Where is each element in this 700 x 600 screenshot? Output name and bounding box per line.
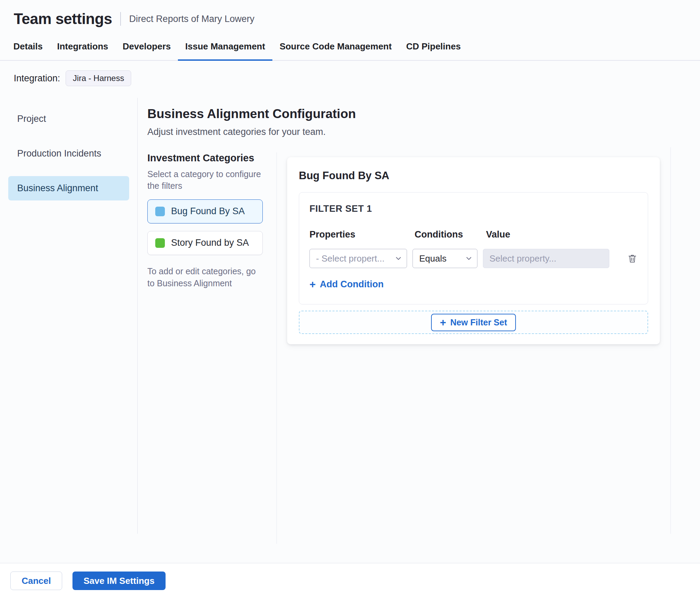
tab-cd-pipelines[interactable]: CD Pipelines	[399, 34, 468, 61]
plus-icon: +	[309, 279, 316, 290]
panel-title: Bug Found By SA	[299, 170, 648, 182]
chevron-down-icon	[465, 254, 473, 263]
main-area: Business Alignment Configuration Adjust …	[138, 98, 700, 534]
categories-footnote: To add or edit categories, go to Busines…	[147, 265, 262, 289]
filter-set-card: FILTER SET 1 Properties Conditions Value…	[299, 192, 648, 304]
page-title: Team settings	[14, 10, 112, 27]
value-column-label: Value	[486, 229, 612, 240]
category-config-card: Bug Found By SA FILTER SET 1 Properties …	[287, 157, 660, 344]
integration-chip[interactable]: Jira - Harness	[66, 70, 131, 86]
plus-icon: +	[440, 317, 446, 328]
integration-label: Integration:	[14, 73, 60, 84]
chevron-down-icon	[394, 254, 403, 263]
tab-issue-management[interactable]: Issue Management	[178, 34, 272, 61]
property-select-value: - Select propert...	[316, 253, 384, 264]
section-title: Business Alignment Configuration	[147, 107, 686, 121]
category-color-swatch	[155, 238, 165, 248]
save-im-settings-button[interactable]: Save IM Settings	[72, 572, 166, 590]
condition-column-labels: Properties Conditions Value	[309, 229, 637, 240]
investment-categories-column: Investment Categories Select a category …	[147, 152, 277, 544]
tab-developers[interactable]: Developers	[115, 34, 178, 61]
sidebar-item-production-incidents[interactable]: Production Incidents	[8, 141, 129, 166]
right-divider	[670, 147, 671, 534]
tab-details[interactable]: Details	[6, 34, 50, 61]
category-label: Bug Found By SA	[171, 206, 245, 217]
trash-icon	[627, 253, 637, 264]
page-subtitle: Direct Reports of Mary Lowery	[129, 14, 255, 24]
category-item-story-found-by-sa[interactable]: Story Found by SA	[147, 231, 263, 255]
tab-source-code-management[interactable]: Source Code Management	[272, 34, 399, 61]
category-label: Story Found by SA	[171, 238, 249, 248]
new-filter-set-label: New Filter Set	[450, 318, 507, 327]
filter-set-title: FILTER SET 1	[309, 204, 637, 214]
condition-select[interactable]: Equals	[413, 249, 477, 268]
sidebar-item-project[interactable]: Project	[8, 107, 129, 131]
delete-condition-button[interactable]	[627, 253, 637, 264]
categories-heading: Investment Categories	[147, 152, 263, 164]
properties-column-label: Properties	[309, 229, 409, 240]
page: Team settings Direct Reports of Mary Low…	[0, 0, 700, 600]
tab-bar: Details Integrations Developers Issue Ma…	[0, 34, 700, 61]
condition-select-value: Equals	[419, 253, 447, 264]
cancel-button[interactable]: Cancel	[10, 572, 62, 590]
settings-sidebar: Project Production Incidents Business Al…	[0, 98, 138, 534]
main-body: Investment Categories Select a category …	[147, 152, 686, 544]
tab-integrations[interactable]: Integrations	[50, 34, 115, 61]
conditions-column-label: Conditions	[415, 229, 481, 240]
category-color-swatch	[155, 207, 165, 216]
category-item-bug-found-by-sa[interactable]: Bug Found By SA	[147, 199, 263, 223]
integration-row: Integration: Jira - Harness	[0, 61, 700, 98]
new-filter-set-zone: + New Filter Set	[299, 311, 648, 334]
filter-panel-column: Bug Found By SA FILTER SET 1 Properties …	[277, 152, 686, 344]
footer-actions: Cancel Save IM Settings	[0, 563, 700, 600]
content: Project Production Incidents Business Al…	[0, 98, 700, 534]
property-select[interactable]: - Select propert...	[309, 249, 407, 268]
sidebar-item-business-alignment[interactable]: Business Alignment	[8, 176, 129, 200]
categories-hint: Select a category to configure the filte…	[147, 169, 263, 192]
section-subtitle: Adjust investment categories for your te…	[147, 127, 686, 137]
new-filter-set-button[interactable]: + New Filter Set	[431, 314, 516, 331]
add-condition-button[interactable]: + Add Condition	[309, 279, 384, 290]
condition-row: - Select propert... Equals	[309, 249, 637, 268]
value-input[interactable]	[483, 249, 609, 268]
title-divider	[120, 12, 121, 26]
add-condition-label: Add Condition	[320, 279, 384, 290]
header: Team settings Direct Reports of Mary Low…	[0, 0, 700, 34]
